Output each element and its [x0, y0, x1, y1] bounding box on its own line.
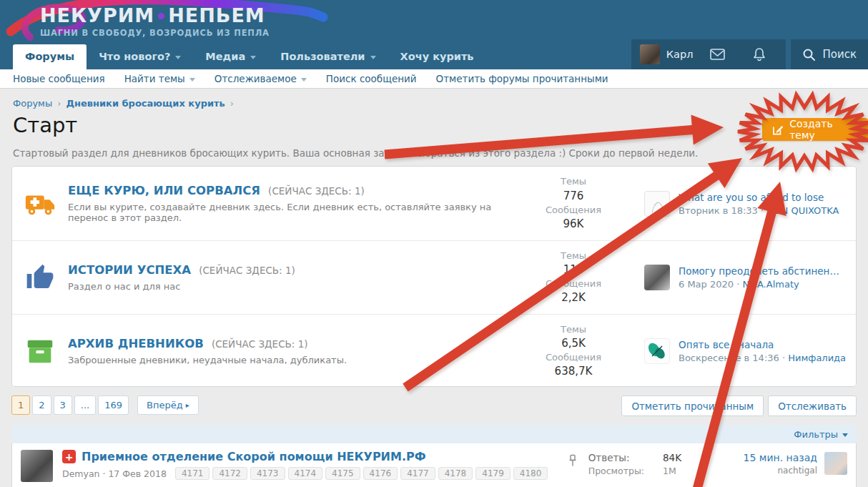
- tab-media[interactable]: Медиа: [193, 44, 268, 69]
- latest-post-title[interactable]: Опять все сначала: [679, 339, 843, 350]
- tab-whats-new[interactable]: Что нового?: [87, 44, 193, 69]
- forum-title-link[interactable]: ЕЩЕ КУРЮ, ИЛИ СОРВАЛСЯ: [68, 184, 260, 197]
- replies-label: Ответы:: [588, 452, 644, 463]
- topics-label: Темы: [520, 175, 627, 188]
- envelope-icon: [710, 49, 725, 60]
- thread-page-pill[interactable]: 4175: [325, 467, 360, 480]
- mail-button[interactable]: [699, 39, 735, 69]
- tab-want-to-smoke[interactable]: Хочу курить: [388, 44, 486, 69]
- messages-value: 2,2K: [520, 290, 627, 305]
- chevron-down-icon: [370, 56, 376, 59]
- page-button-2[interactable]: 2: [32, 395, 51, 415]
- chevron-right-icon: ▸: [186, 401, 189, 409]
- thread-page-pill[interactable]: 4176: [363, 467, 398, 480]
- forum-main: АРХИВ ДНЕВНИКОВ (СЕЙЧАС ЗДЕСЬ: 1) Заброш…: [68, 337, 520, 365]
- next-page-button[interactable]: Вперёд▸: [137, 395, 199, 415]
- sub-nav: Новые сообщения Найти темы Отслеживаемое…: [0, 69, 868, 89]
- logo-tagline: ШАГНИ В СВОБОДУ, ВОЗРОДИСЬ ИЗ ПЕПЛА: [40, 28, 270, 38]
- chevron-down-icon: [250, 56, 256, 59]
- latest-post-user[interactable]: NicA.Almaty: [742, 279, 799, 290]
- forum-present-count: (СЕЙЧАС ЗДЕСЬ: 1): [199, 265, 295, 276]
- search-icon: [802, 48, 816, 62]
- subnav-search-posts[interactable]: Поиск сообщений: [326, 73, 417, 84]
- latest-post-meta: Воскресенье в 14:36 · Нимфалида: [679, 353, 844, 363]
- breadcrumb-home[interactable]: Форумы: [13, 98, 52, 109]
- messages-value: 96K: [520, 217, 627, 232]
- search-button[interactable]: Поиск: [791, 39, 868, 69]
- filter-bar: Фильтры: [11, 425, 857, 443]
- latest-post-title[interactable]: Помогу преодолеть абстинентны...: [679, 265, 843, 277]
- topics-value: 6,5K: [520, 336, 627, 351]
- thread-page-pill[interactable]: 4178: [438, 467, 473, 480]
- page-button-ellipsis[interactable]: ...: [74, 395, 96, 415]
- watch-button[interactable]: Отслеживать: [768, 395, 857, 416]
- create-topic-label: Создать тему: [789, 118, 858, 141]
- forum-main: ИСТОРИИ УСПЕХА (СЕЙЧАС ЗДЕСЬ: 1) Раздел …: [68, 263, 520, 292]
- topics-label: Темы: [520, 250, 627, 262]
- page-button-3[interactable]: 3: [54, 395, 72, 415]
- avatar[interactable]: [21, 450, 53, 482]
- subnav-mark-forums-read[interactable]: Отметить форумы прочитанными: [436, 73, 608, 84]
- page-button-169[interactable]: 169: [98, 395, 129, 415]
- replies-value: 84K: [663, 452, 681, 463]
- thread-right: Ответы: 84K Просмотры: 1M 15 мин. назад …: [567, 450, 847, 487]
- thread-title-link[interactable]: Приемное отделение Скорой помощи НЕКУРИМ…: [82, 450, 426, 463]
- tab-forums[interactable]: Форумы: [13, 44, 87, 69]
- views-label: Просмотры:: [588, 466, 644, 476]
- bell-icon: [753, 47, 766, 62]
- latest-post-title[interactable]: What are you so afraid to lose: [679, 192, 839, 203]
- site-logo[interactable]: НЕКУРИМНЕПЬЕМ ШАГНИ В СВОБОДУ, ВОЗРОДИСЬ…: [40, 5, 270, 38]
- thread-page-pill[interactable]: 4180: [513, 467, 548, 480]
- mark-read-button[interactable]: Отметить прочитанным: [621, 395, 764, 416]
- user-menu[interactable]: Карл: [631, 39, 786, 69]
- thread-page-pill[interactable]: 4173: [250, 467, 285, 480]
- thread-page-pill[interactable]: 4171: [175, 467, 210, 480]
- forum-present-count: (СЕЙЧАС ЗДЕСЬ: 1): [212, 338, 308, 350]
- topics-label: Темы: [520, 323, 627, 336]
- avatar[interactable]: [644, 338, 670, 364]
- forum-latest-post: Помогу преодолеть абстинентны... 6 Мар 2…: [644, 265, 844, 290]
- latest-post-info: What are you so afraid to lose Вторник в…: [679, 192, 839, 216]
- alerts-button[interactable]: [741, 39, 777, 69]
- views-value: 1M: [663, 466, 681, 476]
- subnav-watched[interactable]: Отслеживаемое: [214, 73, 307, 84]
- thread-page-pill[interactable]: 4179: [475, 467, 511, 480]
- latest-post-info: Опять все сначала Воскресенье в 14:36 · …: [679, 339, 844, 363]
- avatar: [640, 44, 660, 64]
- forum-description: Заброшенные дневники, неудачные начала, …: [68, 355, 520, 365]
- tab-members[interactable]: Пользователи: [268, 44, 388, 69]
- thread-page-pill[interactable]: 4174: [288, 467, 323, 480]
- ambulance-icon: [24, 187, 56, 220]
- forum-present-count: (СЕЙЧАС ЗДЕСЬ: 1): [268, 185, 365, 197]
- latest-post-info: Помогу преодолеть абстинентны... 6 Мар 2…: [679, 265, 843, 290]
- create-topic-button[interactable]: Создать тему: [762, 118, 868, 141]
- filters-dropdown[interactable]: Фильтры: [794, 429, 848, 440]
- thread-author-date[interactable]: Demyan · 17 Фев 2018: [62, 468, 167, 479]
- thread-row: + Приемное отделение Скорой помощи НЕКУР…: [11, 443, 857, 487]
- thread-page-pill[interactable]: 4177: [400, 467, 435, 480]
- thread-page-pill[interactable]: 4172: [212, 467, 247, 480]
- latest-post-meta: 6 Мар 2020 · NicA.Almaty: [679, 279, 843, 290]
- avatar[interactable]: [824, 452, 847, 475]
- chevron-down-icon: [175, 56, 181, 59]
- forum-row-success-stories: ИСТОРИИ УСПЕХА (СЕЙЧАС ЗДЕСЬ: 1) Раздел …: [12, 240, 856, 314]
- pagination: 1 2 3 ... 169 Вперёд▸: [11, 395, 199, 415]
- site-header: НЕКУРИМНЕПЬЕМ ШАГНИ В СВОБОДУ, ВОЗРОДИСЬ…: [0, 0, 868, 69]
- logo-title: НЕКУРИМНЕПЬЕМ: [40, 5, 270, 26]
- thread-stats: Ответы: 84K Просмотры: 1M: [588, 452, 681, 476]
- subnav-new-posts[interactable]: Новые сообщения: [13, 73, 105, 84]
- latest-post-user[interactable]: Нимфалида: [788, 353, 846, 363]
- subnav-find-threads[interactable]: Найти темы: [124, 73, 195, 84]
- forum-list: ЕЩЕ КУРЮ, ИЛИ СОРВАЛСЯ (СЕЙЧАС ЗДЕСЬ: 1)…: [11, 166, 857, 387]
- page-button-1[interactable]: 1: [11, 395, 30, 415]
- avatar[interactable]: [644, 265, 670, 290]
- forum-title-link[interactable]: ИСТОРИИ УСПЕХА: [68, 263, 191, 277]
- last-post-time-link[interactable]: 15 мин. назад: [731, 452, 817, 463]
- archive-icon: [24, 335, 56, 368]
- last-post-user: nachtigal: [731, 466, 817, 476]
- avatar[interactable]: [644, 191, 670, 217]
- latest-post-user[interactable]: DON QUIXOTKA: [766, 205, 839, 216]
- forum-latest-post: What are you so afraid to lose Вторник в…: [644, 191, 844, 217]
- breadcrumb-section[interactable]: Дневники бросающих курить: [66, 98, 225, 109]
- forum-title-link[interactable]: АРХИВ ДНЕВНИКОВ: [68, 337, 204, 350]
